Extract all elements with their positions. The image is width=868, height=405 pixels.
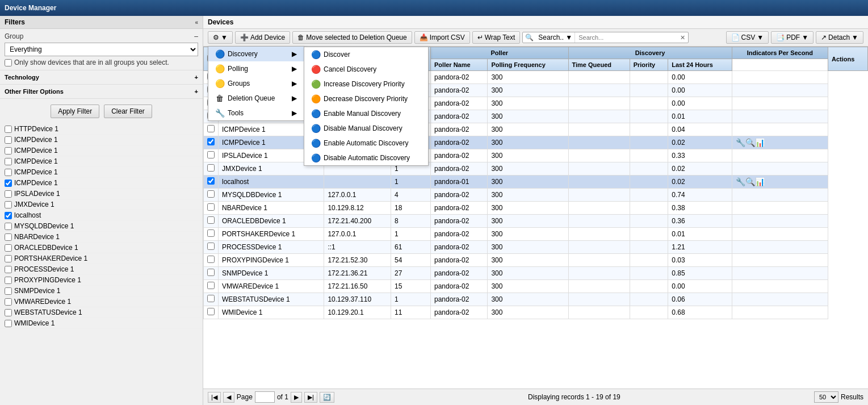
sidebar-device-checkbox[interactable] — [5, 212, 12, 219]
search-clear-btn[interactable]: ✕ — [677, 33, 688, 43]
group-select[interactable]: Everything — [5, 43, 198, 56]
search-dropdown-btn[interactable]: Search.. ▼ — [536, 32, 575, 43]
wrap-text-button[interactable]: ↵ Wrap Text — [472, 31, 521, 44]
sidebar-device-checkbox[interactable] — [5, 223, 12, 230]
sidebar-device-name: VMWAREDevice 1 — [14, 298, 71, 306]
action-icon-1[interactable]: 🔧 — [736, 177, 745, 186]
row-checkbox[interactable] — [207, 216, 215, 224]
action-icon-2[interactable]: 🔍 — [745, 138, 755, 147]
sidebar-device-checkbox[interactable] — [5, 298, 12, 306]
discovery-menu-item[interactable]: 🔵 Discovery ▶ 🔵 Discover — [208, 47, 304, 61]
row-checkbox[interactable] — [207, 295, 215, 302]
row-checkbox[interactable] — [207, 256, 215, 263]
polling-menu-item[interactable]: 🟡 Polling ▶ — [208, 61, 304, 76]
row-device-name: VMWAREDevice 1 — [219, 280, 324, 293]
row-ip: 10.129.20.1 — [324, 306, 391, 319]
action-icon-3[interactable]: 📊 — [755, 177, 765, 186]
move-deletion-button[interactable]: 🗑 Move selected to Deletion Queue — [292, 31, 412, 44]
sidebar-collapse-btn[interactable]: « — [195, 19, 198, 26]
sidebar-device-name: ICMPDevice 1 — [14, 136, 58, 144]
action-icon-1[interactable]: 🔧 — [736, 138, 745, 147]
sidebar-device-checkbox[interactable] — [5, 244, 12, 252]
per-page-select[interactable]: 50 — [814, 391, 838, 403]
cancel-discovery-item[interactable]: 🔴 Cancel Discovery — [304, 62, 428, 77]
cancel-discovery-icon: 🔴 — [311, 65, 320, 74]
sidebar-device-checkbox[interactable] — [5, 255, 12, 262]
enable-manual-discovery-item[interactable]: 🔵 Enable Manual Discovery — [304, 106, 428, 121]
sidebar-device-checkbox[interactable] — [5, 277, 12, 284]
import-csv-button[interactable]: 📥 Import CSV — [414, 31, 470, 44]
records-info: Displaying records 1 - 19 of 19 — [528, 393, 620, 401]
row-checkbox[interactable] — [207, 243, 215, 250]
technology-section-header[interactable]: Technology + — [0, 70, 203, 85]
row-checkbox[interactable] — [207, 203, 215, 211]
other-filter-expand-icon[interactable]: + — [195, 88, 198, 95]
row-checkbox[interactable] — [207, 164, 215, 172]
sidebar-device-checkbox[interactable] — [5, 233, 12, 241]
action-icon-3[interactable]: 📊 — [755, 138, 765, 147]
action-icon-2[interactable]: 🔍 — [745, 177, 755, 186]
sidebar-device-checkbox[interactable] — [5, 266, 12, 273]
add-device-button[interactable]: ➕ Add Device — [235, 31, 290, 44]
row-ip: 10.129.37.110 — [324, 293, 391, 306]
group-minus-btn[interactable]: – — [194, 32, 198, 40]
groups-menu-item[interactable]: 🟡 Groups ▶ — [208, 76, 304, 91]
row-actions — [732, 84, 828, 97]
sidebar-device-checkbox[interactable] — [5, 126, 12, 133]
disable-auto-discovery-item[interactable]: 🔵 Disable Automatic Discovery — [304, 151, 428, 165]
row-priority — [630, 267, 668, 280]
all-groups-checkbox[interactable] — [5, 59, 12, 66]
next-page-btn[interactable]: ▶ — [291, 392, 302, 403]
row-checkbox[interactable] — [207, 282, 215, 289]
disable-manual-discovery-item[interactable]: 🔵 Disable Manual Discovery — [304, 121, 428, 136]
row-poller: pandora-02 — [431, 110, 488, 123]
row-checkbox[interactable] — [207, 308, 215, 315]
row-actions — [732, 202, 828, 215]
sidebar-device-checkbox[interactable] — [5, 158, 12, 165]
row-checkbox-cell — [204, 228, 219, 241]
page-input[interactable]: 1 — [255, 391, 275, 403]
decrease-priority-item[interactable]: 🟠 Decrease Discovery Priority — [304, 91, 428, 106]
row-checkbox[interactable] — [207, 125, 215, 132]
gear-menu: 🔵 Discovery ▶ 🔵 Discover — [208, 46, 304, 121]
sidebar-device-checkbox[interactable] — [5, 136, 12, 144]
polling-submenu-arrow: ▶ — [292, 65, 297, 73]
search-input[interactable] — [575, 32, 677, 43]
row-checkbox[interactable] — [207, 138, 215, 145]
row-checkbox[interactable] — [207, 269, 215, 276]
sidebar-device-checkbox[interactable] — [5, 201, 12, 208]
refresh-btn[interactable]: 🔄 — [320, 392, 334, 403]
row-checkbox[interactable] — [207, 177, 215, 185]
apply-filter-button[interactable]: Apply Filter — [51, 105, 99, 118]
discover-item[interactable]: 🔵 Discover — [304, 47, 428, 62]
clear-filter-button[interactable]: Clear Filter — [104, 105, 152, 118]
enable-auto-icon: 🔵 — [311, 139, 320, 148]
csv-button[interactable]: 📄 CSV ▼ — [726, 31, 769, 44]
sidebar-device-checkbox[interactable] — [5, 169, 12, 176]
row-freq: 300 — [488, 267, 568, 280]
enable-auto-discovery-item[interactable]: 🔵 Enable Automatic Discovery — [304, 136, 428, 151]
tools-menu-item[interactable]: 🔧 Tools ▶ — [208, 106, 304, 120]
row-checkbox[interactable] — [207, 190, 215, 198]
detach-button[interactable]: ↗ Detach ▼ — [816, 31, 863, 44]
prev-page-btn[interactable]: ◀ — [223, 392, 234, 403]
pdf-button[interactable]: 📑 PDF ▼ — [771, 31, 814, 44]
sidebar-device-checkbox[interactable] — [5, 147, 12, 155]
row-checkbox[interactable] — [207, 229, 215, 237]
last-page-btn[interactable]: ▶| — [304, 392, 317, 403]
first-page-btn[interactable]: |◀ — [208, 392, 221, 403]
increase-priority-item[interactable]: 🟢 Increase Discovery Priority — [304, 77, 428, 91]
sidebar-device-checkbox[interactable] — [5, 179, 12, 187]
sidebar-device-checkbox[interactable] — [5, 287, 12, 295]
sidebar-device-checkbox[interactable] — [5, 190, 12, 198]
technology-expand-icon[interactable]: + — [195, 74, 198, 81]
row-priority — [630, 254, 668, 267]
row-priority — [630, 97, 668, 110]
gear-dropdown: 🔵 Discovery ▶ 🔵 Discover — [208, 46, 304, 121]
row-checkbox[interactable] — [207, 151, 215, 158]
other-filter-section-header[interactable]: Other Filter Options + — [0, 85, 203, 99]
sidebar-device-checkbox[interactable] — [5, 309, 12, 316]
deletion-queue-menu-item[interactable]: 🗑 Deletion Queue ▶ — [208, 91, 304, 106]
sidebar-device-checkbox[interactable] — [5, 320, 12, 327]
gear-btn[interactable]: ⚙ ▼ — [208, 31, 233, 44]
